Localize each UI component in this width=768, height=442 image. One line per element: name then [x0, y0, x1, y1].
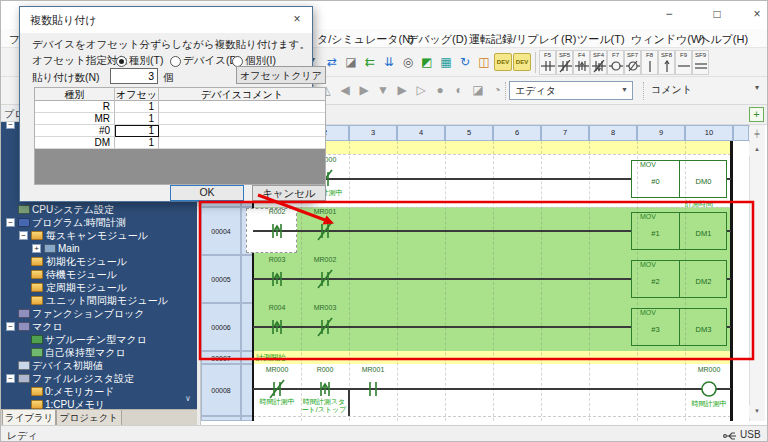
tree-item-macro[interactable]: −マクロ — [1, 320, 197, 333]
tree-expand-box[interactable]: − — [6, 122, 15, 129]
nc-contact[interactable] — [313, 315, 337, 339]
search-monitor-icon[interactable]: ◎ — [399, 53, 417, 71]
step-back-icon[interactable]: ◀ — [336, 81, 354, 99]
vertical-up-button[interactable]: F8 — [641, 50, 658, 75]
editor-monitor-icon[interactable]: ◩ — [418, 53, 436, 71]
ladder-scrollbar[interactable] — [749, 125, 765, 421]
offset-cell[interactable]: 1 — [115, 113, 159, 125]
no-contact[interactable] — [361, 377, 385, 401]
offset-cell-focused[interactable]: 1 — [115, 125, 159, 137]
radio-type[interactable]: 種別(T) — [116, 54, 163, 68]
stop-icon[interactable]: ▼ — [374, 81, 392, 99]
window-monitor-icon[interactable]: ◫ — [475, 53, 493, 71]
play-icon[interactable]: ▷ — [412, 81, 430, 99]
offset-table-row[interactable]: R 1 — [35, 101, 325, 113]
device-monitor-icon[interactable]: DEV — [494, 53, 512, 71]
splitter-handle-icon[interactable]: ╪ — [749, 127, 765, 140]
ok-button[interactable]: OK — [170, 185, 244, 201]
write-to-plc-icon[interactable]: ⇊ — [380, 53, 398, 71]
device-monitor2-icon[interactable]: DEV — [513, 53, 531, 71]
rise-contact[interactable] — [265, 315, 289, 339]
tree-item-device-initial[interactable]: デバイス初期値 — [1, 359, 197, 372]
mov-instruction[interactable]: MOV #0 DM0 — [631, 160, 727, 198]
rung-number-cell[interactable]: 00006 — [201, 303, 241, 351]
rung-number-cell[interactable]: 00007 — [201, 351, 241, 364]
tree-expand-box[interactable]: + — [32, 244, 41, 253]
radio-device[interactable]: デバイス(D) — [170, 54, 241, 68]
rung-number-cell[interactable]: 00008 — [201, 364, 241, 416]
skip-end-icon[interactable]: ▶ — [393, 81, 411, 99]
rise-contact[interactable] — [265, 219, 289, 243]
minimize-button[interactable]: − — [649, 1, 689, 27]
tree-expand-box[interactable]: − — [6, 374, 15, 383]
tab-library[interactable]: ライブラリ — [2, 410, 56, 426]
mov-instruction[interactable]: MOV #2 DM2 — [631, 260, 727, 298]
rung-number-cell[interactable]: 00004 — [201, 207, 241, 255]
tree-expand-box[interactable]: − — [19, 231, 28, 240]
tree-item-every-scan-module[interactable]: −毎スキャンモジュール — [1, 229, 197, 242]
refresh-icon[interactable]: ↻ — [456, 53, 474, 71]
menu-help[interactable]: ヘルプ(H) — [695, 31, 752, 47]
mov-instruction[interactable]: MOV #1 DM1 — [631, 212, 727, 250]
menu-debug[interactable]: デバッグ(D) — [403, 31, 471, 47]
add-window-button[interactable]: + — [749, 107, 764, 122]
rung-comment[interactable]: 計測開始 — [256, 353, 286, 363]
horizontal-line-button[interactable]: F9 — [675, 50, 692, 75]
tree-item-fixed-cycle-module[interactable]: 定周期モジュール — [1, 281, 197, 294]
output-coil[interactable] — [699, 379, 719, 399]
windows-icon[interactable]: ◪ — [469, 81, 487, 99]
tree-expand-box[interactable]: − — [6, 322, 15, 331]
toolbar2-overflow-icon[interactable]: ▾ — [755, 83, 759, 92]
mov-instruction[interactable]: MOV #3 DM3 — [631, 308, 727, 346]
tree-item-file-register[interactable]: −ファイルレジスタ設定 — [1, 372, 197, 385]
tree-item-subroutine-macro[interactable]: サブルーチン型マクロ — [1, 333, 197, 346]
tree-item-cpu-memory[interactable]: 1:CPUメモリ — [1, 398, 197, 409]
nc-contact[interactable] — [313, 267, 337, 291]
scroll-down-icon[interactable]: ▼ — [749, 405, 765, 418]
tree-item-program[interactable]: −プログラム:時間計測 — [1, 216, 197, 229]
comment-mode-label[interactable]: コメント — [651, 83, 692, 97]
rung-number-cell[interactable] — [201, 416, 241, 421]
step-forward-icon[interactable]: ▶ — [355, 81, 373, 99]
vertical-up2-button[interactable]: SF8 — [658, 50, 675, 75]
timer-icon[interactable]: ◔ — [488, 81, 506, 99]
dialog-close-icon[interactable]: × — [286, 10, 308, 28]
offset-table-row[interactable]: MR 1 — [35, 113, 325, 125]
rise-contact[interactable] — [265, 267, 289, 291]
pc-icon[interactable]: ◪ — [342, 53, 360, 71]
editor-mode-combo[interactable]: エディタ ▼ — [509, 81, 633, 100]
nc-contact-button[interactable]: SF5 — [556, 50, 573, 75]
cancel-button[interactable]: キャンセル — [252, 185, 326, 201]
scroll-up-icon[interactable]: ▲ — [749, 143, 765, 156]
offset-cell[interactable]: 1 — [115, 137, 159, 149]
offset-cell[interactable]: 1 — [115, 101, 159, 113]
tree-item-function-block[interactable]: ファンクションブロック — [1, 307, 197, 320]
nc-contact[interactable] — [313, 219, 337, 243]
tree-scroll-down-icon[interactable]: ∨ — [185, 394, 191, 403]
tree-item-self-hold-macro[interactable]: 自己保持型マクロ — [1, 346, 197, 359]
grid-monitor-icon[interactable]: ▦ — [437, 53, 455, 71]
coil-button[interactable]: F7 — [607, 50, 624, 75]
offset-table-row[interactable]: #0 1 — [35, 125, 325, 137]
maximize-button[interactable]: □ — [697, 1, 737, 27]
menu-tool[interactable]: ツール(T) — [573, 31, 629, 47]
rung-number-cell[interactable]: 00005 — [201, 255, 241, 303]
tree-item-unit-sync-module[interactable]: ユニット間同期モジュール — [1, 294, 197, 307]
read-from-plc-icon[interactable]: ⇇ — [361, 53, 379, 71]
no-contact-button[interactable]: F5 — [539, 50, 556, 75]
record-icon[interactable]: ● — [431, 81, 449, 99]
fall-contact-button[interactable]: SF4 — [590, 50, 607, 75]
tree-item-memory-card[interactable]: 0:メモリカード — [1, 385, 197, 398]
rise-contact-button[interactable]: F4 — [573, 50, 590, 75]
tree-item-standby-module[interactable]: 待機モジュール — [1, 268, 197, 281]
tree-expand-box[interactable]: − — [6, 218, 15, 227]
tree-item-cpu-settings[interactable]: CPUシステム設定 — [1, 203, 197, 216]
tree-item-init-module[interactable]: 初期化モジュール — [1, 255, 197, 268]
nc-coil-button[interactable]: SF7 — [624, 50, 641, 75]
offset-table-row[interactable]: DM 1 — [35, 137, 325, 149]
tree-item-main[interactable]: +Main — [1, 242, 197, 255]
pause-monitor-icon[interactable]: ◐ — [450, 81, 468, 99]
offset-clear-button[interactable]: オフセットクリア(A) — [236, 66, 326, 84]
close-button[interactable]: × — [737, 1, 768, 27]
menu-operation-record[interactable]: 運転記録/リプレイ(R) — [465, 31, 580, 47]
